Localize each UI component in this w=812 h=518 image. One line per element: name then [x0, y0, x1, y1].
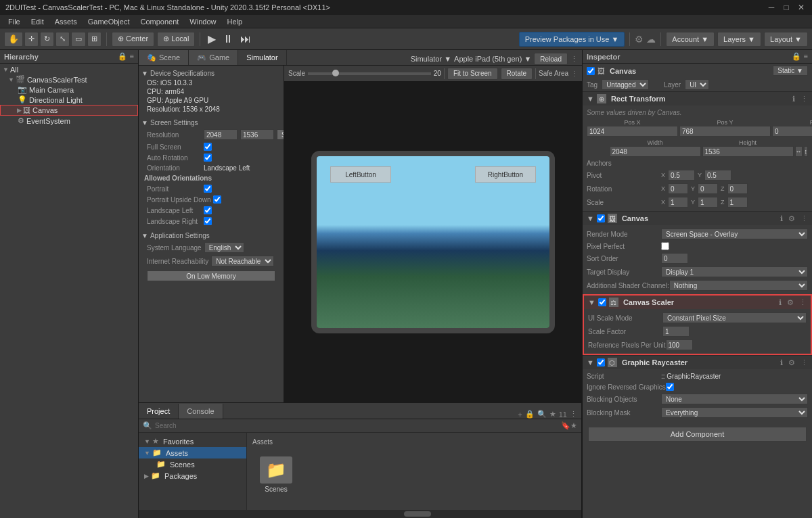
rot-z-input[interactable] — [727, 183, 748, 194]
set-resolution-button[interactable]: Set — [277, 129, 284, 140]
gr-ignore-rev-checkbox[interactable] — [666, 383, 674, 391]
menu-window[interactable]: Window — [184, 18, 221, 26]
menu-component[interactable]: Component — [135, 18, 184, 26]
sys-lang-select[interactable]: English — [204, 242, 244, 253]
scale-factor-input[interactable] — [662, 326, 690, 337]
stretch-h-button[interactable]: ↔ — [795, 146, 803, 157]
portrait-ud-checkbox[interactable] — [213, 195, 221, 204]
scale-y-input[interactable] — [698, 197, 718, 208]
cloud-icon[interactable]: ☁ — [646, 34, 656, 45]
tree-assets[interactable]: ▼ 📁 Assets — [139, 447, 246, 458]
layer-select[interactable]: UI — [685, 79, 709, 90]
pause-button[interactable]: ⏸ — [220, 33, 236, 45]
minimize-button[interactable]: ─ — [766, 2, 777, 13]
project-star-icon[interactable]: ★ — [549, 410, 556, 419]
width-input[interactable] — [610, 146, 701, 157]
project-scrollbar[interactable] — [139, 510, 581, 518]
canvas-comp-menu-icon[interactable]: ⋮ — [800, 214, 808, 223]
project-lock-icon[interactable]: 🔒 — [525, 410, 535, 419]
rect-transform-menu-icon[interactable]: ⋮ — [800, 95, 808, 103]
graphic-raycaster-header[interactable]: ▼ ⬡ Graphic Raycaster ℹ ⚙ ⋮ — [583, 356, 812, 369]
left-button[interactable]: LeftButton — [330, 166, 391, 183]
scale-handle[interactable] — [332, 70, 339, 76]
gr-blocking-obj-select[interactable]: None — [661, 394, 808, 404]
tag-select[interactable]: Untagged — [602, 79, 649, 90]
canvas-scaler-menu-icon[interactable]: ⋮ — [799, 298, 807, 307]
inspector-menu-icon[interactable]: ≡ — [804, 52, 808, 61]
rotate-tool[interactable]: ↻ — [40, 32, 54, 47]
stretch-v-button[interactable]: ↕ — [804, 146, 809, 157]
canvas-scaler-checkbox[interactable] — [598, 298, 606, 306]
scale-z-input[interactable] — [727, 197, 748, 208]
hierarchy-item-all[interactable]: ▼ All — [0, 65, 138, 74]
project-menu-icon[interactable]: ⋮ — [570, 410, 577, 419]
canvas-comp-settings-icon[interactable]: ⚙ — [788, 214, 795, 223]
tab-scene[interactable]: 🎭 Scene — [139, 50, 189, 65]
reload-button[interactable]: Reload — [534, 53, 568, 65]
asset-scenes-folder[interactable]: 📁 Scenes — [252, 454, 300, 496]
tree-packages[interactable]: ▶ 📁 Packages — [139, 470, 246, 481]
gr-blocking-mask-select[interactable]: Everything — [661, 407, 808, 418]
center-button[interactable]: ⊕ Center — [112, 32, 154, 47]
canvas-scaler-info-icon[interactable]: ℹ — [779, 298, 782, 307]
height-input[interactable] — [702, 146, 794, 157]
layers-button[interactable]: Layers ▼ — [717, 32, 761, 47]
play-button[interactable]: ▶ — [205, 32, 219, 45]
project-search-icon[interactable]: 🔍 — [537, 410, 547, 419]
rect-transform-header[interactable]: ▼ ⊕ Rect Transform ℹ ⋮ — [583, 92, 812, 105]
menu-file[interactable]: File — [3, 18, 26, 26]
project-search-input[interactable] — [155, 422, 561, 429]
on-low-memory-button[interactable]: On Low Memory — [147, 270, 275, 281]
tab-game[interactable]: 🎮 Game — [189, 50, 238, 65]
landscape-left-checkbox[interactable] — [204, 206, 212, 214]
device-specs-header[interactable]: ▼ Device Specifications — [141, 68, 281, 78]
resolution-width-input[interactable] — [204, 129, 238, 140]
maximize-button[interactable]: □ — [781, 2, 792, 13]
project-bookmark-icon[interactable]: 🔖 — [561, 421, 570, 430]
gr-settings-icon[interactable]: ⚙ — [788, 358, 795, 367]
gr-info-icon[interactable]: ℹ — [780, 358, 783, 367]
menu-edit[interactable]: Edit — [26, 18, 49, 26]
transform-tool[interactable]: ⊞ — [87, 32, 102, 47]
scale-tool[interactable]: ⤡ — [55, 32, 70, 47]
hierarchy-menu-icon[interactable]: ≡ — [130, 52, 134, 61]
viewport-menu-icon[interactable]: ⋮ — [571, 70, 578, 77]
tab-simulator[interactable]: Simulator — [238, 50, 286, 65]
pos-y-input[interactable] — [679, 126, 771, 137]
canvas-comp-checkbox[interactable] — [597, 214, 605, 222]
add-component-button[interactable]: Add Component — [588, 427, 807, 442]
landscape-right-checkbox[interactable] — [204, 217, 212, 225]
pos-z-input[interactable] — [772, 126, 812, 137]
step-button[interactable]: ⏭ — [238, 33, 254, 45]
canvas-component-header[interactable]: ▼ 🖼 Canvas ℹ ⚙ ⋮ — [583, 212, 812, 225]
portrait-checkbox[interactable] — [204, 185, 212, 193]
additional-shader-select[interactable]: Nothing — [669, 280, 808, 291]
rect-transform-info-icon[interactable]: ℹ — [792, 95, 795, 103]
device-label[interactable]: Apple iPad (5th gen) ▼ — [454, 55, 531, 63]
hierarchy-item-canvas[interactable]: ▶ 🖼 Canvas — [0, 105, 138, 116]
menu-help[interactable]: Help — [221, 18, 248, 26]
app-settings-header[interactable]: ▼ Application Settings — [141, 231, 281, 241]
resolution-height-input[interactable] — [240, 129, 274, 140]
canvas-comp-info-icon[interactable]: ℹ — [780, 214, 783, 223]
pivot-y-input[interactable] — [704, 170, 731, 181]
hand-tool[interactable]: ✋ — [4, 32, 23, 47]
tab-project[interactable]: Project — [139, 404, 179, 419]
move-tool[interactable]: ✛ — [24, 32, 39, 47]
sort-order-input[interactable] — [661, 253, 688, 264]
project-add-icon[interactable]: + — [518, 410, 522, 419]
hierarchy-item-eventsystem[interactable]: ⚙ EventSystem — [0, 116, 138, 126]
autorotation-checkbox[interactable] — [204, 154, 212, 162]
local-button[interactable]: ⊕ Local — [157, 32, 195, 47]
rect-tool[interactable]: ▭ — [71, 32, 86, 47]
fit-to-screen-button[interactable]: Fit to Screen — [447, 68, 498, 80]
account-button[interactable]: Account ▼ — [666, 32, 715, 47]
screen-settings-header[interactable]: ▼ Screen Settings — [141, 118, 281, 128]
right-button[interactable]: RightButton — [475, 166, 536, 183]
canvas-scaler-settings-icon[interactable]: ⚙ — [787, 298, 794, 307]
tree-favorites[interactable]: ▼ ★ Favorites — [139, 435, 246, 447]
simulator-label[interactable]: Simulator ▼ — [411, 55, 451, 63]
pos-x-input[interactable] — [587, 126, 678, 137]
preview-packages-button[interactable]: Preview Packages in Use ▼ — [519, 32, 625, 47]
hierarchy-lock-icon[interactable]: 🔒 — [118, 52, 127, 61]
